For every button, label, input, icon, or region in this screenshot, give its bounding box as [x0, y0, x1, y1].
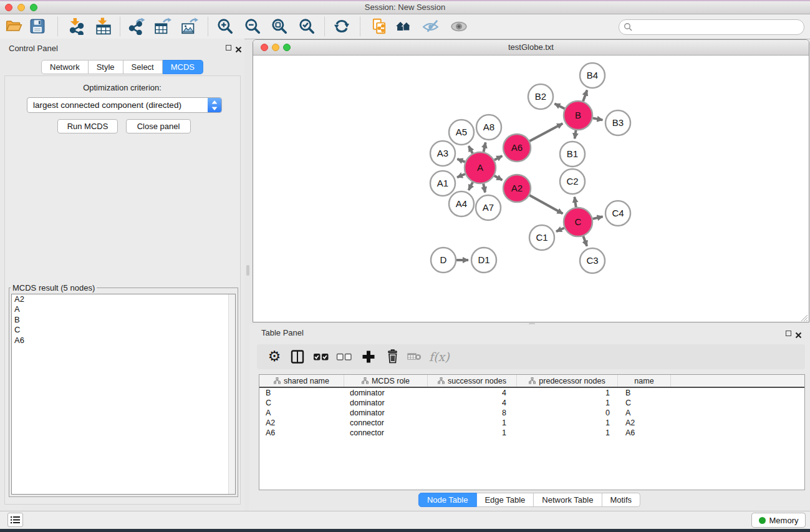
search-input[interactable]: [635, 21, 800, 34]
add-column-icon[interactable]: [360, 349, 377, 365]
tab-network[interactable]: Network: [41, 60, 89, 74]
graph-node-C1[interactable]: C1: [529, 225, 554, 250]
mcds-result-item[interactable]: B: [12, 315, 235, 325]
graph-edge-A-A4[interactable]: [469, 182, 473, 190]
graph-node-B4[interactable]: B4: [580, 63, 605, 88]
graph-node-C2[interactable]: C2: [560, 169, 585, 194]
graph-edge-A6-B[interactable]: [529, 123, 562, 141]
graph-node-C4[interactable]: C4: [605, 201, 630, 226]
criterion-dropdown[interactable]: largest connected component (directed): [27, 97, 222, 113]
minimize-window-button[interactable]: [17, 4, 25, 11]
graph-edge-A-A2[interactable]: [494, 176, 503, 180]
first-neighbors-icon[interactable]: [395, 17, 412, 35]
dropdown-stepper-icon[interactable]: [208, 98, 221, 112]
close-panel-button[interactable]: Close panel: [126, 119, 191, 133]
mcds-result-item[interactable]: A: [12, 304, 235, 314]
graph-edge-B-B4[interactable]: [583, 90, 587, 102]
graph-node-B2[interactable]: B2: [528, 84, 553, 109]
graph-node-C3[interactable]: C3: [580, 248, 605, 273]
zoom-window-button[interactable]: [30, 4, 37, 11]
network-window-titlebar[interactable]: testGlobe.txt: [253, 40, 809, 56]
graph-edge-A-A7[interactable]: [483, 184, 485, 193]
delete-table-icon[interactable]: [407, 349, 423, 365]
tab-mcds[interactable]: MCDS: [163, 60, 203, 74]
graph-edge-A2-C[interactable]: [529, 195, 562, 213]
export-table-icon[interactable]: [154, 17, 171, 35]
node-table[interactable]: shared nameMCDS rolesuccessor nodesprede…: [259, 374, 805, 490]
graph-node-D1[interactable]: D1: [471, 248, 496, 273]
delete-column-icon[interactable]: [385, 349, 401, 365]
search-field[interactable]: [619, 19, 804, 35]
column-header-predecessor-nodes[interactable]: predecessor nodes: [517, 375, 618, 387]
column-header-mcds-role[interactable]: MCDS role: [344, 375, 428, 387]
float-table-panel-icon[interactable]: [786, 331, 791, 336]
table-row[interactable]: Cdominator41C: [259, 398, 804, 408]
function-builder-icon[interactable]: f(x): [429, 349, 454, 365]
close-table-panel-icon[interactable]: [795, 330, 802, 337]
hide-selected-icon[interactable]: [422, 17, 440, 35]
open-session-icon[interactable]: [5, 17, 22, 35]
graph-node-A6[interactable]: A6: [503, 134, 531, 162]
new-network-from-selection-icon[interactable]: [370, 17, 388, 35]
close-window-button[interactable]: [5, 4, 12, 11]
graph-edge-A-A8[interactable]: [484, 142, 486, 152]
zoom-fit-icon[interactable]: [271, 17, 288, 35]
tab-network-table[interactable]: Network Table: [534, 493, 602, 507]
graph-node-C[interactable]: C: [564, 208, 592, 236]
import-table-icon[interactable]: [95, 17, 112, 35]
tab-node-table[interactable]: Node Table: [418, 493, 477, 507]
zoom-selected-icon[interactable]: [298, 17, 316, 35]
import-network-icon[interactable]: [67, 17, 85, 35]
graph-edge-A-A3[interactable]: [457, 159, 465, 162]
column-header-shared-name[interactable]: shared name: [259, 375, 344, 387]
tab-select[interactable]: Select: [123, 60, 163, 74]
minimize-network-button[interactable]: [272, 44, 279, 51]
graph-edge-B-B1[interactable]: [575, 130, 576, 139]
zoom-in-icon[interactable]: [216, 17, 234, 35]
graph-node-A7[interactable]: A7: [476, 195, 501, 220]
graph-node-B3[interactable]: B3: [605, 110, 630, 135]
graph-edge-C-C1[interactable]: [556, 228, 564, 232]
zoom-network-button[interactable]: [283, 44, 291, 51]
tab-style[interactable]: Style: [89, 60, 123, 74]
column-header-successor-nodes[interactable]: successor nodes: [428, 375, 517, 387]
graph-node-B[interactable]: B: [564, 101, 592, 130]
graph-edge-B-B3[interactable]: [593, 118, 603, 120]
save-session-icon[interactable]: [29, 17, 46, 35]
graph-edge-B-B2[interactable]: [554, 104, 564, 109]
tab-motifs[interactable]: Motifs: [602, 493, 640, 507]
show-all-icon[interactable]: [450, 17, 468, 35]
memory-button[interactable]: Memory: [751, 513, 806, 528]
graph-node-A5[interactable]: A5: [449, 120, 474, 145]
export-network-icon[interactable]: [128, 17, 145, 35]
graph-node-A3[interactable]: A3: [430, 141, 455, 166]
graph-edge-A-A5[interactable]: [469, 146, 473, 153]
graph-node-A8[interactable]: A8: [476, 115, 501, 140]
graph-node-A4[interactable]: A4: [449, 191, 474, 216]
refresh-icon[interactable]: [333, 17, 350, 35]
resize-grip-icon[interactable]: [800, 313, 808, 321]
graph-edge-A-A6[interactable]: [494, 156, 502, 160]
graph-node-B1[interactable]: B1: [560, 142, 585, 167]
table-settings-icon[interactable]: ⚙: [266, 348, 282, 364]
graph-edge-C-C4[interactable]: [592, 216, 602, 219]
float-panel-icon[interactable]: [226, 45, 231, 51]
splitter-grip[interactable]: [246, 265, 249, 276]
table-row[interactable]: A2connector11A2: [259, 418, 804, 428]
graph-node-D[interactable]: D: [431, 248, 456, 273]
table-row[interactable]: Adominator80A: [259, 408, 804, 418]
network-graph[interactable]: B4B2BB3A5A8A6B1A3AC2A1A2A4A7C4CC1DD1C3: [253, 55, 809, 322]
graph-edge-C-C3[interactable]: [583, 236, 587, 246]
export-image-icon[interactable]: [181, 17, 198, 35]
tab-edge-table[interactable]: Edge Table: [476, 493, 534, 507]
mcds-result-item[interactable]: C: [12, 325, 235, 335]
mcds-result-item[interactable]: A6: [12, 336, 235, 346]
table-row[interactable]: A6connector11A6: [259, 428, 804, 438]
mcds-result-list[interactable]: A2ABCA6: [11, 294, 236, 495]
mcds-result-item[interactable]: A2: [12, 294, 235, 304]
run-mcds-button[interactable]: Run MCDS: [57, 119, 118, 133]
graph-node-A[interactable]: A: [465, 152, 496, 183]
close-panel-icon[interactable]: [235, 44, 242, 51]
split-view-icon[interactable]: [289, 349, 306, 365]
zoom-out-icon[interactable]: [244, 17, 261, 35]
